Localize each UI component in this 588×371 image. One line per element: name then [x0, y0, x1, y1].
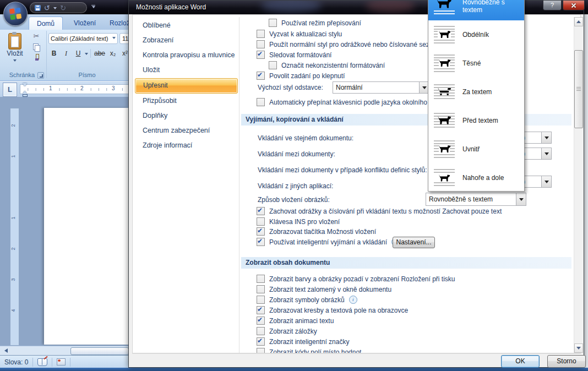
checkbox[interactable]: [269, 19, 277, 27]
document-page[interactable]: [44, 108, 128, 345]
wrap-in-front-icon: [434, 112, 455, 129]
checkbox[interactable]: [257, 40, 265, 48]
ok-button[interactable]: OK: [501, 355, 540, 368]
help-button[interactable]: ?: [543, 1, 562, 10]
dropdown-item-square[interactable]: Obdélník: [428, 20, 524, 49]
scroll-up-icon[interactable]: [574, 17, 583, 26]
checkbox[interactable]: [257, 227, 265, 236]
office-button[interactable]: [3, 2, 28, 26]
redo-icon[interactable]: ↻: [60, 4, 66, 12]
paste-button[interactable]: Vložit: [3, 32, 26, 69]
tab-stop-selector[interactable]: L: [3, 83, 17, 97]
save-icon[interactable]: [35, 5, 41, 11]
dialog-sidebar: Oblíbené Zobrazení Kontrola pravopisu a …: [133, 17, 239, 353]
checkbox[interactable]: [257, 317, 265, 325]
sidebar-item-trust-center[interactable]: Centrum zabezpečení: [143, 127, 210, 134]
underline-button[interactable]: U: [73, 50, 84, 57]
font-size-value: 11: [122, 35, 128, 42]
insert-pictures-as-combobox[interactable]: Rovnoběžně s textem: [426, 193, 526, 206]
smart-paste-settings-button[interactable]: Nastavení...: [393, 237, 435, 248]
clipboard-dialog-launcher-icon[interactable]: [37, 72, 44, 79]
dropdown-item-behind-text[interactable]: Za textem: [428, 78, 524, 106]
document-area: 2 1 1 2 3 4: [0, 97, 128, 346]
proofing-status-icon[interactable]: [37, 358, 47, 366]
ruler-number: 2: [10, 247, 16, 250]
sidebar-item-popular[interactable]: Oblíbené: [143, 21, 171, 29]
checkbox[interactable]: [257, 306, 265, 314]
word-count[interactable]: Slova: 0: [4, 358, 28, 366]
checkbox-label: Označit nekonzistentní formátování: [281, 62, 385, 69]
checkbox[interactable]: [257, 30, 265, 38]
font-name-combobox[interactable]: Calibri (Základní text): [48, 33, 118, 44]
dropdown-item-through[interactable]: Uvnitř: [428, 135, 524, 163]
sidebar-item-advanced[interactable]: Upřesnit: [135, 78, 238, 94]
sidebar-item-display[interactable]: Zobrazení: [143, 36, 173, 44]
dropdown-item-in-front[interactable]: Před textem: [428, 106, 524, 135]
qat-customize-icon[interactable]: [91, 5, 95, 10]
scrollbar-thumb[interactable]: [70, 347, 129, 355]
sidebar-item-customize[interactable]: Přizpůsobit: [143, 97, 177, 105]
dialog-title: Možnosti aplikace Word: [136, 3, 206, 11]
office-logo-icon: [9, 8, 22, 20]
cut-icon[interactable]: ✂: [34, 32, 40, 40]
dropdown-item-inline[interactable]: Rovnoběžně s textem: [428, 0, 524, 20]
sidebar-item-addins[interactable]: Doplňky: [143, 112, 167, 119]
wrap-through-icon: [434, 140, 455, 158]
bold-button[interactable]: B: [48, 50, 59, 57]
checkbox-label: Používat režim přepisování: [281, 19, 361, 27]
checkbox[interactable]: [257, 51, 265, 59]
dialog-scrollbar[interactable]: [574, 17, 583, 353]
scrollbar-thumb[interactable]: [574, 50, 583, 128]
checkbox-row: Automaticky přepínat klávesnici podle ja…: [257, 98, 443, 106]
ruler-row: L 1 2 3: [0, 81, 128, 97]
macro-record-icon[interactable]: [57, 358, 66, 365]
checkbox[interactable]: [257, 296, 265, 304]
chevron-down-icon[interactable]: [541, 148, 551, 159]
checkbox-label: Sledovat formátování: [269, 51, 331, 59]
checkbox[interactable]: [257, 275, 265, 283]
sidebar-item-resources[interactable]: Zdroje informací: [143, 141, 192, 149]
checkbox-label: Zobrazit kódy polí místo hodnot: [269, 348, 361, 353]
checkbox[interactable]: [257, 348, 265, 353]
checkbox[interactable]: [257, 327, 265, 335]
scroll-down-icon[interactable]: [574, 343, 583, 353]
checkbox[interactable]: [257, 217, 265, 226]
checkbox[interactable]: [257, 337, 265, 346]
checkbox[interactable]: [257, 238, 265, 246]
status-bar: Slova: 0: [0, 355, 128, 368]
default-style-combobox[interactable]: Normální: [333, 81, 429, 94]
checkbox[interactable]: [257, 207, 265, 215]
dropdown-item-tight[interactable]: Těsné: [428, 49, 524, 78]
chevron-down-icon[interactable]: [541, 132, 551, 143]
undo-icon[interactable]: ↺: [44, 4, 50, 12]
cancel-button[interactable]: Storno: [547, 355, 586, 368]
dropdown-item-top-bottom[interactable]: Nahoře a dole: [428, 163, 524, 192]
checkbox-row: Zachovat odrážky a číslování při vkládán…: [257, 207, 502, 215]
tab-insert[interactable]: Vložení: [66, 17, 104, 30]
checkbox[interactable]: [269, 61, 277, 69]
checkbox[interactable]: [257, 72, 265, 80]
indent-markers[interactable]: [23, 83, 28, 95]
close-button[interactable]: [563, 1, 585, 10]
format-painter-icon[interactable]: [33, 54, 40, 61]
sidebar-item-save[interactable]: Uložit: [143, 66, 160, 74]
underline-dropdown-icon[interactable]: [85, 53, 88, 57]
dropdown-item-label: Obdélník: [462, 31, 489, 39]
sidebar-item-proofing[interactable]: Kontrola pravopisu a mluvnice: [143, 51, 235, 59]
checkbox[interactable]: [257, 98, 265, 106]
scroll-left-icon[interactable]: [2, 348, 8, 353]
chevron-down-icon[interactable]: [516, 193, 526, 205]
tab-home[interactable]: Domů: [29, 17, 63, 30]
paste-style-conflict-label: Vkládání mezi dokumenty v případě konfli…: [258, 166, 427, 174]
checkbox-label: Zobrazovat tlačítka Možnosti vložení: [269, 228, 376, 236]
copy-icon[interactable]: [33, 43, 40, 51]
horizontal-scrollbar[interactable]: [0, 346, 128, 356]
checkbox[interactable]: [257, 285, 265, 293]
strikethrough-button[interactable]: abe: [93, 50, 106, 57]
chevron-down-icon[interactable]: [541, 176, 551, 187]
italic-button[interactable]: I: [61, 50, 72, 58]
section-header-show-document-content: Zobrazit obsah dokumentu: [241, 257, 571, 269]
undo-dropdown-icon[interactable]: [53, 7, 57, 11]
subscript-button[interactable]: x₂: [107, 50, 118, 57]
dropdown-item-label: Za textem: [462, 88, 492, 96]
